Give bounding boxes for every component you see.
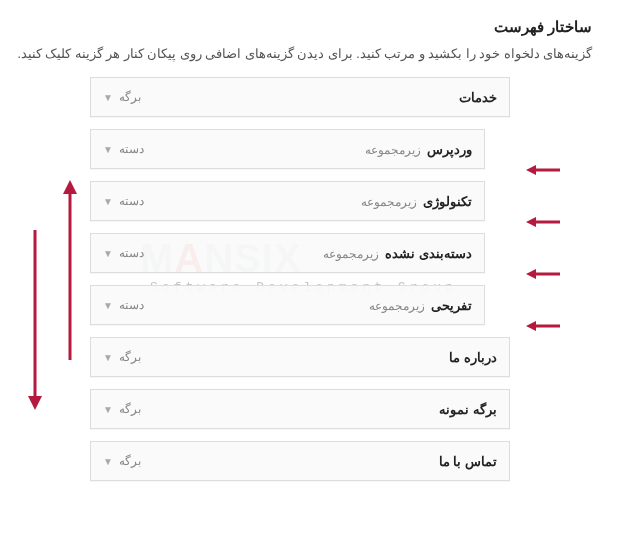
annotation-arrow-icon: [530, 267, 560, 281]
menu-item[interactable]: تکنولوژی زیرمجموعه دسته ▼: [90, 181, 485, 221]
menu-item-type[interactable]: برگه ▼: [103, 90, 141, 104]
menu-item-sublabel: زیرمجموعه: [365, 143, 421, 157]
chevron-down-icon: ▼: [103, 352, 113, 363]
menu-item-type[interactable]: برگه ▼: [103, 454, 141, 468]
menu-item[interactable]: تماس با ما برگه ▼: [90, 441, 510, 481]
chevron-down-icon: ▼: [103, 144, 113, 155]
svg-marker-3: [526, 217, 536, 227]
svg-marker-1: [526, 165, 536, 175]
annotation-arrow-icon: [530, 163, 560, 177]
menu-item-type[interactable]: دسته ▼: [103, 194, 144, 208]
section-description: گزینه‌های دلخواه خود را بکشید و مرتب کنی…: [0, 46, 592, 61]
menu-structure-list: خدمات برگه ▼ وردپرس زیرمجموعه دسته ▼ تکن…: [0, 77, 600, 481]
svg-marker-5: [526, 269, 536, 279]
chevron-down-icon: ▼: [103, 456, 113, 467]
menu-item-title: تماس با ما: [439, 454, 497, 469]
menu-item-title: برگه نمونه: [439, 402, 497, 417]
menu-item-type[interactable]: برگه ▼: [103, 402, 141, 416]
menu-item-title: وردپرس: [427, 142, 472, 157]
menu-item-title: خدمات: [459, 90, 497, 105]
section-heading: ساختار فهرست: [0, 18, 592, 36]
chevron-down-icon: ▼: [103, 300, 113, 311]
annotation-arrow-icon: [530, 319, 560, 333]
chevron-down-icon: ▼: [103, 92, 113, 103]
menu-item-title: تکنولوژی: [423, 194, 472, 209]
menu-item[interactable]: خدمات برگه ▼: [90, 77, 510, 117]
menu-item-sublabel: زیرمجموعه: [369, 299, 425, 313]
chevron-down-icon: ▼: [103, 248, 113, 259]
menu-item-type[interactable]: دسته ▼: [103, 246, 144, 260]
svg-marker-7: [526, 321, 536, 331]
annotation-arrow-icon: [530, 215, 560, 229]
chevron-down-icon: ▼: [103, 196, 113, 207]
svg-marker-9: [63, 180, 77, 194]
menu-item-type[interactable]: دسته ▼: [103, 298, 144, 312]
menu-item-type[interactable]: دسته ▼: [103, 142, 144, 156]
menu-item[interactable]: درباره ما برگه ▼: [90, 337, 510, 377]
menu-item[interactable]: وردپرس زیرمجموعه دسته ▼: [90, 129, 485, 169]
menu-item-type[interactable]: برگه ▼: [103, 350, 141, 364]
menu-item[interactable]: برگه نمونه برگه ▼: [90, 389, 510, 429]
annotation-arrow-down-icon: [25, 230, 45, 410]
menu-item[interactable]: تفریحی زیرمجموعه دسته ▼: [90, 285, 485, 325]
menu-item-sublabel: زیرمجموعه: [323, 247, 379, 261]
svg-marker-11: [28, 396, 42, 410]
annotation-arrow-up-icon: [60, 180, 80, 360]
menu-item-sublabel: زیرمجموعه: [361, 195, 417, 209]
menu-item-title: درباره ما: [449, 350, 497, 365]
menu-item-title: تفریحی: [431, 298, 472, 313]
menu-item-title: دسته‌بندی نشده: [385, 246, 472, 261]
menu-item[interactable]: دسته‌بندی نشده زیرمجموعه دسته ▼: [90, 233, 485, 273]
chevron-down-icon: ▼: [103, 404, 113, 415]
